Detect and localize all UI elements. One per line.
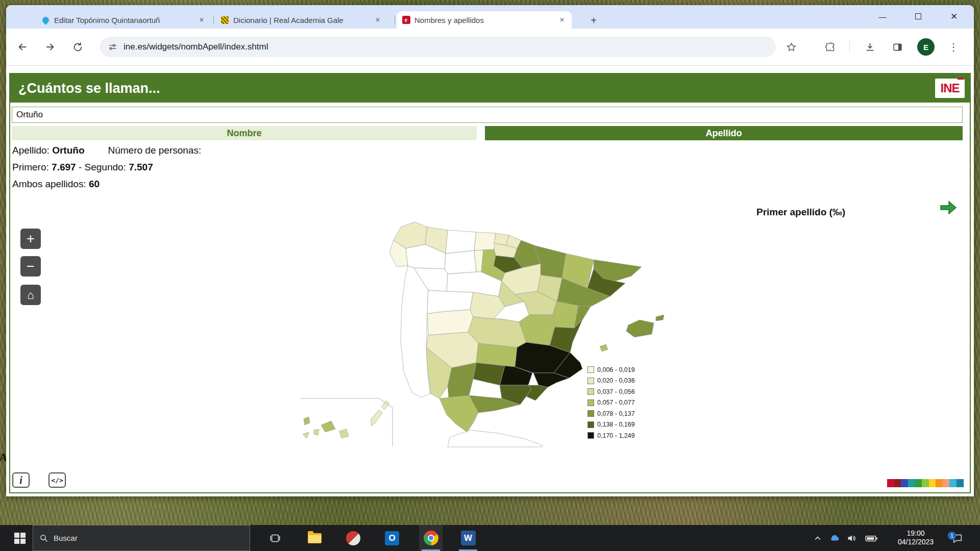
province-cordoba[interactable]	[473, 363, 505, 385]
island-la-palma[interactable]	[304, 417, 310, 425]
outlook-button[interactable]: O	[380, 525, 404, 551]
tab-editar-toponimo[interactable]: Editar Topónimo Quintanaortuñ ✕	[36, 11, 211, 29]
speaker-icon	[847, 533, 857, 543]
task-view-button[interactable]	[263, 525, 287, 551]
legend-swatch	[587, 432, 594, 439]
forward-button[interactable]	[40, 37, 60, 57]
theme-color-swatch[interactable]	[949, 479, 957, 487]
next-map-button[interactable]	[938, 197, 959, 218]
tab-title: Editar Topónimo Quintanaortuñ	[54, 16, 193, 24]
reload-icon	[72, 42, 83, 53]
new-tab-button[interactable]: +	[587, 14, 600, 27]
drupal-drop-icon	[41, 16, 50, 24]
legend-label: 0,078 - 0,137	[597, 410, 635, 417]
theme-color-swatch[interactable]	[894, 479, 901, 487]
island-el-hierro[interactable]	[303, 432, 309, 438]
tab-close-icon[interactable]: ✕	[557, 15, 567, 24]
theme-color-swatch[interactable]	[915, 479, 922, 487]
window-close-button[interactable]: ✕	[943, 8, 965, 24]
window-maximize-button[interactable]	[908, 8, 929, 24]
province-teruel[interactable]	[553, 302, 578, 328]
round-app-button[interactable]	[341, 525, 365, 551]
tab-apellido[interactable]: Apellido	[485, 126, 963, 140]
side-panel-icon	[892, 42, 903, 53]
province-leon[interactable]	[445, 251, 476, 274]
windows-logo-icon	[14, 533, 26, 544]
bookmark-star-button[interactable]	[781, 37, 801, 57]
theme-color-swatch[interactable]	[943, 479, 950, 487]
taskbar-search-box[interactable]: Buscar	[33, 525, 250, 551]
theme-color-swatch[interactable]	[908, 479, 915, 487]
tab-nombre[interactable]: Nombre	[12, 126, 477, 140]
taskbar-clock[interactable]: 19:00 04/12/2023	[886, 529, 945, 546]
battery-tray-button[interactable]	[863, 525, 880, 551]
province-sevilla[interactable]	[448, 363, 476, 397]
theme-color-swatch[interactable]	[957, 479, 964, 487]
volume-tray-button[interactable]	[844, 525, 860, 551]
legend-swatch	[587, 378, 594, 384]
theme-color-swatch[interactable]	[922, 479, 929, 487]
theme-color-swatch[interactable]	[936, 479, 943, 487]
legend-swatch	[587, 410, 594, 417]
map-home-button[interactable]: ⌂	[20, 285, 41, 305]
island-la-gomera[interactable]	[314, 429, 319, 435]
legend-label: 0,138 - 0,169	[597, 421, 635, 428]
browser-menu-button[interactable]: ⋮	[943, 37, 964, 57]
tab-title: Dicionario | Real Academia Gale	[233, 16, 369, 24]
island-tenerife[interactable]	[321, 421, 335, 432]
province-cantabria[interactable]	[474, 232, 496, 251]
notification-badge: 1	[948, 532, 956, 540]
surname-input[interactable]	[12, 107, 963, 123]
extensions-button[interactable]	[820, 37, 840, 57]
island-fuerteventura[interactable]	[371, 410, 382, 426]
theme-color-swatch[interactable]	[901, 479, 908, 487]
legend-swatch	[587, 421, 594, 428]
tab-nombres-apellidos[interactable]: e Nombres y apellidos ✕	[397, 11, 572, 29]
legend-label: 0,006 - 0,019	[597, 366, 635, 373]
file-explorer-button[interactable]	[303, 525, 326, 551]
province-caceres[interactable]	[427, 310, 473, 335]
map-zoom-out-button[interactable]: −	[20, 256, 41, 277]
map-zoom-in-button[interactable]: +	[20, 229, 41, 249]
island-ibiza[interactable]	[600, 344, 608, 352]
start-button[interactable]	[8, 525, 32, 551]
download-icon	[865, 42, 875, 53]
result-line-2: Primero: 7.697 - Segundo: 7.507	[12, 162, 153, 173]
ine-logo-text: INE	[940, 81, 959, 95]
folder-icon	[308, 533, 322, 543]
downloads-button[interactable]	[860, 37, 880, 57]
theme-color-swatch[interactable]	[887, 479, 894, 487]
theme-color-swatch[interactable]	[929, 479, 936, 487]
word-button[interactable]: W	[456, 525, 480, 551]
island-gran-canaria[interactable]	[339, 429, 349, 438]
tab-dicionario[interactable]: Dicionario | Real Academia Gale ✕	[215, 11, 387, 29]
segundo-value: 7.507	[129, 162, 153, 173]
island-lanzarote[interactable]	[381, 400, 389, 410]
island-menorca[interactable]	[656, 315, 664, 321]
window-minimize-button[interactable]: —	[872, 8, 893, 24]
action-center-button[interactable]: 1	[946, 525, 969, 551]
onedrive-tray-button[interactable]	[827, 525, 842, 551]
word-icon: W	[461, 531, 476, 545]
profile-avatar[interactable]: E	[917, 38, 935, 56]
reload-button[interactable]	[67, 37, 88, 57]
info-button[interactable]: i	[12, 472, 30, 488]
browser-toolbar: ine.es/widgets/nombApell/index.shtml E ⋮	[6, 29, 974, 65]
tab-close-icon[interactable]: ✕	[197, 15, 206, 24]
address-bar[interactable]: ine.es/widgets/nombApell/index.shtml	[100, 37, 776, 57]
search-icon	[39, 534, 48, 543]
kebab-icon: ⋮	[948, 41, 959, 53]
page-content: ¿Cuántos se llaman... INE Nombre Apellid…	[6, 65, 974, 496]
tab-close-icon[interactable]: ✕	[373, 15, 382, 24]
ine-logo[interactable]: INE	[935, 79, 965, 98]
clock-time: 19:00	[886, 529, 945, 538]
apellido-value: Ortuño	[52, 145, 84, 156]
back-button[interactable]	[12, 37, 33, 57]
toolbar-divider	[849, 41, 850, 53]
chrome-button[interactable]	[419, 525, 443, 551]
province-asturias[interactable]	[446, 230, 476, 254]
tray-chevron-button[interactable]	[811, 525, 825, 551]
side-panel-button[interactable]	[887, 37, 908, 57]
embed-code-button[interactable]: </>	[48, 472, 66, 488]
island-mallorca[interactable]	[626, 320, 654, 337]
